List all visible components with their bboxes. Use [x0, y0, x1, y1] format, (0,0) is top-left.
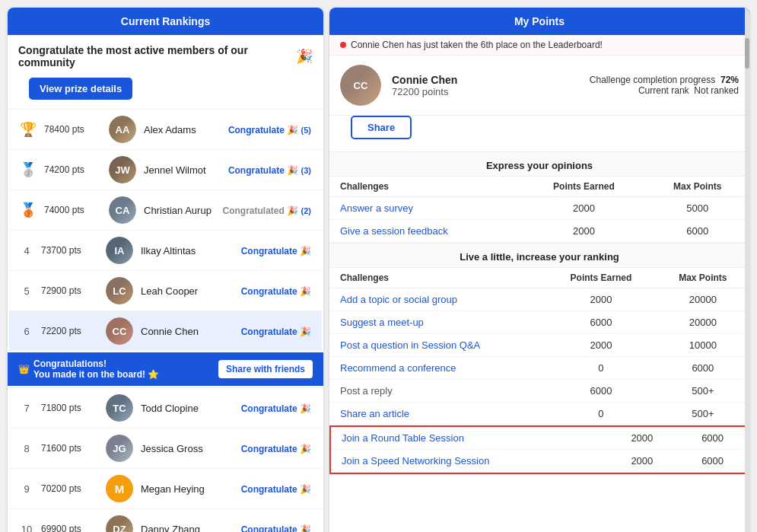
join-speed-networking-link[interactable]: Join a Speed Networking Session [342, 455, 489, 467]
red-dot-icon [340, 42, 346, 48]
user-details: Connie Chen 72200 points [392, 74, 579, 97]
avatar: M [106, 475, 133, 502]
share-button[interactable]: Share [351, 116, 412, 139]
challenge-link[interactable]: Recommend a conference [340, 362, 456, 374]
right-panel-header: My Points [329, 8, 749, 35]
congratulate-banner: Congratulate the most active members of … [8, 35, 323, 73]
rank-trophy-gold: 🏆 [20, 121, 37, 138]
share-friends-button[interactable]: Share with friends [218, 360, 313, 378]
challenge-link[interactable]: Answer a survey [340, 202, 413, 214]
table-row: 10 69900 pts DZ Danny Zhang Congratulate… [9, 508, 322, 532]
congrats-text: 👑 Congratulations! You made it on the bo… [18, 358, 159, 380]
join-round-table-row: Join a Round Table Session 2000 6000 [331, 427, 748, 450]
rank-trophy-bronze: 🥉 [20, 202, 37, 218]
table-row: 8 71600 pts JG Jessica Gross Congratulat… [9, 428, 322, 468]
congratulate-button[interactable]: Congratulate 🎉 [241, 403, 311, 414]
table-row: Suggest a meet-up 6000 20000 [329, 311, 749, 334]
congratulate-button[interactable]: Congratulate 🎉 [241, 246, 311, 256]
table-row: 🏆 78400 pts AA Alex Adams Congratulate 🎉… [9, 109, 322, 149]
challenge-link[interactable]: Suggest a meet-up [340, 317, 424, 328]
join-speed-networking-row: Join a Speed Networking Session 2000 600… [331, 450, 748, 473]
highlighted-challenges-table: Join a Round Table Session 2000 6000 Joi… [331, 427, 748, 473]
congratulate-button[interactable]: Congratulate 🎉 [241, 327, 311, 337]
scrollbar[interactable] [745, 8, 749, 532]
table-row: 🥉 74000 pts CA Christian Aurup Congratul… [9, 190, 322, 230]
ranking-table: 🏆 78400 pts AA Alex Adams Congratulate 🎉… [8, 107, 323, 352]
challenge-link[interactable]: Give a session feedback [340, 225, 448, 237]
congratulate-button[interactable]: Congratulate 🎉 [241, 286, 311, 297]
table-row: Post a question in Session Q&A 2000 1000… [329, 334, 749, 357]
challenge-link[interactable]: Share an article [340, 408, 409, 419]
congratulations-bar: 👑 Congratulations! You made it on the bo… [8, 352, 323, 386]
table-row: Add a topic or social group 2000 20000 [329, 288, 749, 311]
table-row: 4 73700 pts IA Ilkay Altintas Congratula… [9, 230, 322, 270]
challenge-link[interactable]: Post a question in Session Q&A [340, 339, 480, 351]
crown-icon: 👑 [18, 364, 30, 374]
user-points: 72200 points [392, 86, 579, 97]
party-icon: 🎉 [296, 48, 313, 65]
challenges-table-2: Challenges Points Earned Max Points Add … [329, 268, 749, 425]
view-prize-button[interactable]: View prize details [29, 78, 132, 100]
left-panel-header: Current Rankings [8, 8, 323, 35]
section-title-1: Express your opinions [329, 151, 749, 177]
section-title-2: Live a little, increase your ranking [329, 243, 749, 268]
congratulate-button[interactable]: Congratulate 🎉 (3) [228, 165, 311, 176]
congratulate-button[interactable]: Congratulated 🎉 (2) [223, 205, 311, 216]
challenges-table-1: Challenges Points Earned Max Points Answ… [329, 177, 749, 243]
table-row: 5 72900 pts LC Leah Cooper Congratulate … [9, 270, 322, 311]
ranking-table-bottom: 7 71800 pts TC Todd Clopine Congratulate… [8, 386, 323, 532]
user-info-row: CC Connie Chen 72200 points Challenge co… [329, 56, 749, 116]
highlighted-challenges-section: Join a Round Table Session 2000 6000 Joi… [329, 425, 749, 474]
join-round-table-link[interactable]: Join a Round Table Session [342, 432, 464, 444]
scrollbar-thumb[interactable] [745, 38, 749, 68]
table-row: Recommend a conference 0 6000 [329, 357, 749, 380]
congratulate-button[interactable]: Congratulate 🎉 [241, 524, 311, 533]
table-row: 7 71800 pts TC Todd Clopine Congratulate… [9, 387, 322, 428]
table-row: 🥈 74200 pts JW Jennel Wilmot Congratulat… [9, 149, 322, 190]
notification-bar: Connie Chen has just taken the 6th place… [329, 35, 749, 56]
table-row: Post a reply 6000 500+ [329, 380, 749, 403]
challenge-link[interactable]: Add a topic or social group [340, 294, 457, 305]
rank-trophy-silver: 🥈 [20, 161, 37, 178]
progress-info: Challenge completion progress 72% Curren… [590, 75, 739, 96]
table-row-self: 6 72200 pts CC Connie Chen Congratulate … [9, 311, 322, 351]
left-panel: Current Rankings Congratulate the most a… [8, 8, 323, 532]
congratulate-button[interactable]: Congratulate 🎉 (5) [228, 125, 311, 135]
avatar: CC [340, 65, 381, 106]
congratulate-button[interactable]: Congratulate 🎉 [241, 444, 311, 454]
table-row: Share an article 0 500+ [329, 403, 749, 425]
user-name: Connie Chen [392, 74, 579, 86]
table-row: 9 70200 pts M Megan Heying Congratulate … [9, 468, 322, 508]
table-row: Answer a survey 2000 5000 [329, 197, 749, 220]
right-panel: My Points Connie Chen has just taken the… [329, 8, 749, 532]
congratulate-button[interactable]: Congratulate 🎉 [241, 484, 311, 495]
table-row: Give a session feedback 2000 6000 [329, 220, 749, 243]
